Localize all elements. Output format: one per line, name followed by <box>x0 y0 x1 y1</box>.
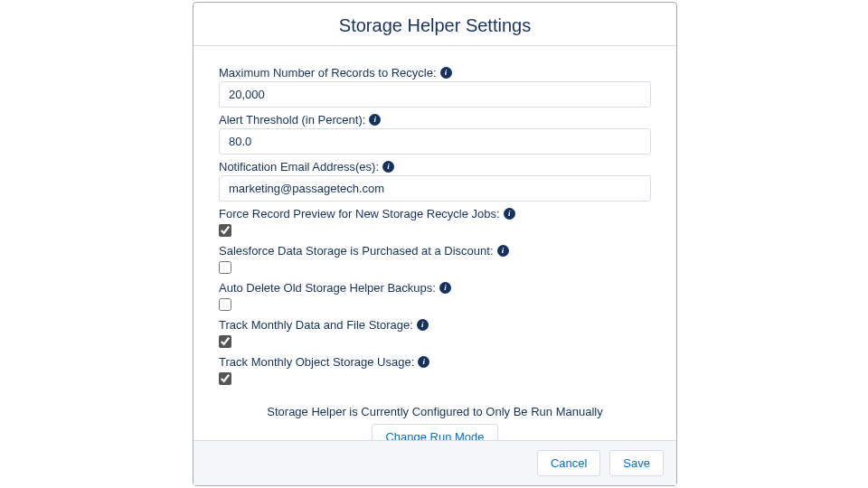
auto-delete-backups-label-row: Auto Delete Old Storage Helper Backups: … <box>219 281 651 295</box>
info-icon[interactable]: i <box>369 114 381 126</box>
track-monthly-data-group: Track Monthly Data and File Storage: i <box>219 318 651 353</box>
change-run-mode-button[interactable]: Change Run Mode <box>372 424 497 440</box>
max-records-input[interactable] <box>219 81 651 108</box>
track-monthly-data-label: Track Monthly Data and File Storage: <box>219 318 413 332</box>
notification-emails-input[interactable] <box>219 175 651 202</box>
alert-threshold-label: Alert Threshold (in Percent): <box>219 113 365 127</box>
notification-emails-label-row: Notification Email Address(es): i <box>219 160 651 174</box>
force-preview-checkbox[interactable] <box>219 224 231 237</box>
discount-storage-label-row: Salesforce Data Storage is Purchased at … <box>219 244 651 258</box>
discount-storage-label: Salesforce Data Storage is Purchased at … <box>219 244 494 258</box>
run-mode-status: Storage Helper is Currently Configured t… <box>219 405 651 418</box>
change-run-mode-row: Change Run Mode <box>219 424 651 440</box>
modal-body: Maximum Number of Records to Recycle: i … <box>193 46 676 440</box>
alert-threshold-label-row: Alert Threshold (in Percent): i <box>219 113 651 127</box>
force-preview-label-row: Force Record Preview for New Storage Rec… <box>219 207 651 221</box>
modal-header: Storage Helper Settings <box>193 3 676 46</box>
info-icon[interactable]: i <box>504 208 515 220</box>
discount-storage-group: Salesforce Data Storage is Purchased at … <box>219 244 651 279</box>
track-monthly-object-checkbox[interactable] <box>219 372 231 385</box>
track-monthly-object-label: Track Monthly Object Storage Usage: <box>219 355 414 369</box>
info-icon[interactable]: i <box>417 319 429 331</box>
info-icon[interactable]: i <box>382 161 394 173</box>
discount-storage-checkbox[interactable] <box>219 261 231 274</box>
notification-emails-label: Notification Email Address(es): <box>219 160 379 174</box>
modal-footer: Cancel Save <box>193 440 676 485</box>
modal-title: Storage Helper Settings <box>193 15 676 36</box>
force-preview-group: Force Record Preview for New Storage Rec… <box>219 207 651 242</box>
info-icon[interactable]: i <box>439 282 451 294</box>
info-icon[interactable]: i <box>440 67 452 79</box>
force-preview-label: Force Record Preview for New Storage Rec… <box>219 207 500 221</box>
max-records-label: Maximum Number of Records to Recycle: <box>219 66 437 80</box>
track-monthly-object-group: Track Monthly Object Storage Usage: i <box>219 355 651 390</box>
storage-helper-settings-modal: Storage Helper Settings Maximum Number o… <box>193 2 677 486</box>
track-monthly-object-label-row: Track Monthly Object Storage Usage: i <box>219 355 651 369</box>
track-monthly-data-checkbox[interactable] <box>219 335 231 348</box>
cancel-button[interactable]: Cancel <box>537 450 600 476</box>
track-monthly-data-label-row: Track Monthly Data and File Storage: i <box>219 318 651 332</box>
auto-delete-backups-label: Auto Delete Old Storage Helper Backups: <box>219 281 436 295</box>
auto-delete-backups-group: Auto Delete Old Storage Helper Backups: … <box>219 281 651 316</box>
auto-delete-backups-checkbox[interactable] <box>219 298 231 311</box>
info-icon[interactable]: i <box>418 356 429 368</box>
save-button[interactable]: Save <box>609 450 664 476</box>
info-icon[interactable]: i <box>497 245 509 257</box>
alert-threshold-input[interactable] <box>219 128 651 155</box>
max-records-label-row: Maximum Number of Records to Recycle: i <box>219 66 651 80</box>
